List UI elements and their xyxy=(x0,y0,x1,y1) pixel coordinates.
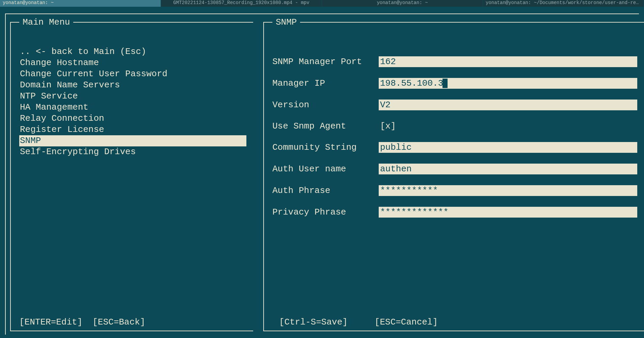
input-manager-port[interactable] xyxy=(379,56,637,67)
label-auth-user: Auth User name xyxy=(272,164,379,174)
form-row-community: Community String xyxy=(272,142,637,153)
menu-items: .. <- back to Main (Esc) Change Hostname… xyxy=(19,46,246,158)
hint-cancel: [ESC=Cancel] xyxy=(375,317,438,327)
menu-item-license[interactable]: Register License xyxy=(19,124,246,135)
label-use-agent: Use Snmp Agent xyxy=(272,121,379,131)
form-row-manager-port: SNMP Manager Port xyxy=(272,56,637,67)
form-row-auth-user: Auth User name xyxy=(272,164,637,174)
form-row-version: Version xyxy=(272,100,637,110)
label-manager-ip: Manager IP xyxy=(272,78,379,88)
menu-item-hostname[interactable]: Change Hostname xyxy=(19,57,246,68)
taskbar-item[interactable]: yonatan@yonatan: ~ xyxy=(322,0,483,7)
menu-item-relay[interactable]: Relay Connection xyxy=(19,113,246,124)
input-auth-phrase[interactable] xyxy=(379,185,637,196)
taskbar-item[interactable]: GMT20221124-130857_Recording_1920x1080.m… xyxy=(161,0,322,7)
panels: Main Menu .. <- back to Main (Esc) Chang… xyxy=(10,22,644,331)
snmp-form: SNMP Manager Port Manager IP 198.55.100.… xyxy=(272,56,637,218)
taskbar-item[interactable]: yonatan@yonatan: ~ xyxy=(0,0,161,7)
input-auth-user[interactable] xyxy=(379,164,637,174)
label-version: Version xyxy=(272,100,379,110)
menu-item-password[interactable]: Change Current User Password xyxy=(19,68,246,80)
menu-item-sed[interactable]: Self-Encrypting Drives xyxy=(19,146,246,158)
hint-save: [Ctrl-S=Save] xyxy=(279,317,348,327)
footer-hints-right: [Ctrl-S=Save] [ESC=Cancel] xyxy=(272,317,636,327)
menu-item-dns[interactable]: Domain Name Servers xyxy=(19,80,246,91)
form-row-privacy-phrase: Privacy Phrase xyxy=(272,207,637,218)
form-row-use-agent: Use Snmp Agent [x] xyxy=(272,121,637,131)
hint-enter: [ENTER=Edit] xyxy=(19,317,82,327)
label-manager-port: SNMP Manager Port xyxy=(272,57,379,67)
input-privacy-phrase[interactable] xyxy=(379,207,637,218)
menu-item-ha[interactable]: HA Management xyxy=(19,102,246,113)
menu-item-back[interactable]: .. <- back to Main (Esc) xyxy=(19,46,246,57)
taskbar: yonatan@yonatan: ~ GMT20221124-130857_Re… xyxy=(0,0,644,7)
text-cursor-icon xyxy=(442,79,448,88)
label-privacy-phrase: Privacy Phrase xyxy=(272,207,379,217)
main-menu-panel: Main Menu .. <- back to Main (Esc) Chang… xyxy=(10,22,253,331)
checkbox-use-agent[interactable]: [x] xyxy=(379,121,396,131)
menu-item-ntp[interactable]: NTP Service xyxy=(19,91,246,102)
label-auth-phrase: Auth Phrase xyxy=(272,186,379,196)
input-manager-ip-value: 198.55.100.3 xyxy=(380,78,443,88)
snmp-panel: SNMP SNMP Manager Port Manager IP 198.55… xyxy=(263,22,644,331)
taskbar-item[interactable]: yonatan@yonatan: ~/Documents/work/storon… xyxy=(483,0,644,7)
footer-hints-left: [ENTER=Edit] [ESC=Back] xyxy=(19,317,245,327)
label-community: Community String xyxy=(272,142,379,152)
main-container: Main Menu .. <- back to Main (Esc) Chang… xyxy=(0,7,644,338)
input-community[interactable] xyxy=(379,142,637,153)
panel-title: SNMP xyxy=(272,17,300,27)
form-row-manager-ip: Manager IP 198.55.100.3 xyxy=(272,78,637,89)
input-version[interactable] xyxy=(379,100,637,110)
input-manager-ip[interactable]: 198.55.100.3 xyxy=(379,78,637,89)
menu-item-snmp[interactable]: SNMP xyxy=(19,135,246,146)
panel-title: Main Menu xyxy=(19,17,73,27)
hint-esc: [ESC=Back] xyxy=(92,317,145,327)
form-row-auth-phrase: Auth Phrase xyxy=(272,185,637,196)
